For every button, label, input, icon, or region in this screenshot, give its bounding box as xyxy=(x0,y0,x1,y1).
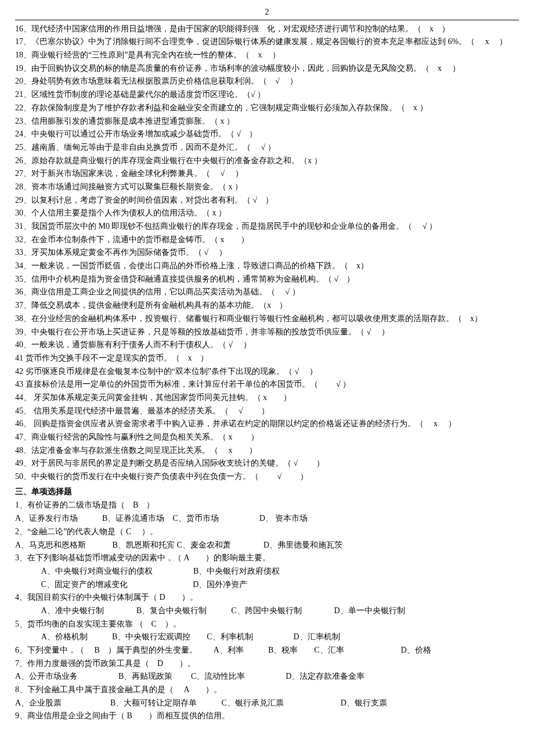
mc-question: 8、下列金融工具中属于直接金融工具的是（ A ）。 xyxy=(15,683,519,696)
mc-options: A、马克思和恩格斯 B、凯恩斯和托宾 C、麦金农和萧 D、弗里德曼和施瓦茨 xyxy=(15,539,519,552)
mc-options: C、固定资产的增减变化 D、国外净资产 xyxy=(15,578,519,591)
tf-item: 16、现代经济中国家信用的作用日益增强，是由于国家的职能得到强 化，对宏观经济进… xyxy=(15,23,519,35)
tf-item: 17、《巴塞尔协议》中为了消除银行间不合理竞争，促进国际银行体系的健康发展，规定… xyxy=(15,35,519,48)
section-3-title: 三、单项选择题 xyxy=(15,485,519,498)
tf-item: 27、对于新兴市场国家来说，金融全球化利弊兼具。（ √ ） xyxy=(15,167,519,180)
mc-options: A、证券发行市场 B、证券流通市场 C、货币市场 D、 资本市场 xyxy=(15,512,519,525)
tf-item: 47、商业银行经营的风险性与赢利性之间是负相关关系。（ x ） xyxy=(15,431,519,444)
tf-item: 45、 信用关系是现代经济中最普遍、最基本的经济关系。（ √ ） xyxy=(15,405,519,417)
tf-item: 22、存款保险制度是为了维护存款者利益和金融业安全而建立的，它强制规定商业银行必… xyxy=(15,102,519,114)
mc-options: A、中央银行对商业银行的债权 B、中央银行对政府债权 xyxy=(15,565,519,578)
tf-item: 28、资本市场通过间接融资方式可以聚集巨额长期资金。（ x ） xyxy=(15,181,519,193)
tf-item: 49、对于居民与非居民的界定是判断交易是否应纳入国际收支统计的关键。（ √ ） xyxy=(15,457,519,470)
page-number: 2 xyxy=(15,6,519,20)
tf-item: 20、身处弱势有效市场意味着无法根据股票历史价格信息获取利润。（ √ ） xyxy=(15,75,519,88)
tf-item: 50、中央银行的货币发行在中央银行资产负债表中列在负债一方。（ √ ） xyxy=(15,470,519,483)
tf-item: 37、降低交易成本，提供金融便利是所有金融机构具有的基本功能。（x ） xyxy=(15,299,519,312)
tf-item: 21、区域性货币制度的理论基础是蒙代尔的最适度货币区理论。（√ ） xyxy=(15,88,519,101)
mc-options: A、企业股票 B、大额可转让定期存单 C、银行承兑汇票 D、银行支票 xyxy=(15,697,519,710)
tf-item: 43 直接标价法是用一定单位的外国货币为标准，来计算应付若干单位的本国货币。（ … xyxy=(15,378,519,391)
tf-item: 36、商业信用是工商企业之间提供的信用，它以商品买卖活动为基础。（ √ ） xyxy=(15,286,519,298)
mc-question: 7、作用力度最强的货币政策工具是（ D ）。 xyxy=(15,657,519,670)
tf-item: 18、商业银行经营的“三性原则”是具有完全内在统一性的整体。（ x ） xyxy=(15,49,519,62)
mc-question: 6、下列变量中，（ B ）属于典型的外生变量。 A、利率 B、税率 C、汇率 D… xyxy=(15,644,519,657)
tf-item: 33、牙买加体系规定黄金不再作为国际储备货币。（ √ ） xyxy=(15,246,519,259)
tf-item: 46、 回购是指资金供应者从资金需求者手中购入证券，并承诺在约定的期限以约定的价… xyxy=(15,417,519,430)
mc-options: A、公开市场业务 B、再贴现政策 C、流动性比率 D、法定存款准备金率 xyxy=(15,670,519,683)
mc-question: 3、在下列影响基础货币增减变动的因素中，（ A ）的影响最主要。 xyxy=(15,552,519,564)
tf-item: 30、个人信用主要是指个人作为债权人的信用活动。（ x ） xyxy=(15,207,519,219)
tf-item: 41 货币作为交换手段不一定是现实的货币。（ x ） xyxy=(15,352,519,365)
tf-item: 38、在分业经营的金融机构体系中，投资银行、储蓄银行和商业银行等银行性金融机构，… xyxy=(15,312,519,325)
mc-question: 4、我国目前实行的中央银行体制属于（ D ）。 xyxy=(15,591,519,604)
tf-item: 42 劣币驱逐良币规律是在金银复本位制中的“双本位制”条件下出现的现象。（ √ … xyxy=(15,365,519,378)
tf-item: 31、我国货币层次中的 M0 即现钞不包括商业银行的库存现金，而是指居民手中的现… xyxy=(15,220,519,233)
tf-item: 26、原始存款就是商业银行的库存现金商业银行在中央银行的准备金存款之和。（x ） xyxy=(15,154,519,167)
mc-question: 5、货币均衡的自发实现主要依靠 （ C ）。 xyxy=(15,618,519,631)
multiple-choice-section: 1、有价证券的二级市场是指（ B ）A、证券发行市场 B、证券流通市场 C、货币… xyxy=(15,499,519,722)
mc-options: A、价格机制 B、中央银行宏观调控 C、利率机制 D、汇率机制 xyxy=(15,631,519,643)
mc-question: 2、“金融二论”的代表人物是（ C ）。 xyxy=(15,525,519,538)
tf-item: 32、在金币本位制条件下，流通中的货币都是金铸币。（ x ） xyxy=(15,233,519,246)
tf-item: 29、以复利计息，考虑了资金的时间价值因素，对贷出者有利。（ √ ） xyxy=(15,194,519,207)
mc-options: A、准中央银行制 B、复合中央银行制 C、跨国中央银行制 D、单一中央银行制 xyxy=(15,604,519,617)
tf-item: 35、信用中介机构是指为资金借贷和融通直接提供服务的机构，通常简称为金融机构。（… xyxy=(15,273,519,286)
tf-item: 39、中央银行在公开市场上买进证券，只是等额的投放基础货币，并非等额的投放货币供… xyxy=(15,326,519,339)
tf-item: 44、 牙买加体系规定美元同黄金挂钩，其他国家货币同美元挂钩。（ x ） xyxy=(15,391,519,404)
tf-item: 48、法定准备金率与存款派生倍数之间呈现正比关系。（ x ） xyxy=(15,444,519,457)
tf-item: 34、一般来说，一国货币贬值，会使出口商品的外币价格上涨，导致进口商品的价格下跌… xyxy=(15,260,519,272)
mc-question: 9、商业信用是企业之间由于（ B ）而相互提供的信用。 xyxy=(15,710,519,722)
true-false-section: 16、现代经济中国家信用的作用日益增强，是由于国家的职能得到强 化，对宏观经济进… xyxy=(15,23,519,483)
tf-item: 25、越南盾、缅甸元等由于是非自由兑换货币，因而不是外汇。（ √ ） xyxy=(15,141,519,154)
tf-item: 24、中央银行可以通过公开市场业务增加或减少基础货币。（ √ ） xyxy=(15,128,519,141)
tf-item: 19、由于回购协议交易的标的物是高质量的有价证券，市场利率的波动幅度较小，因此，… xyxy=(15,62,519,75)
tf-item: 23、信用膨胀引发的通货膨胀是成本推进型通货膨胀。（ x ） xyxy=(15,115,519,128)
mc-question: 1、有价证券的二级市场是指（ B ） xyxy=(15,499,519,512)
tf-item: 40、一般来说，通货膨胀有利于债务人而不利于债权人。（ √ ） xyxy=(15,339,519,351)
